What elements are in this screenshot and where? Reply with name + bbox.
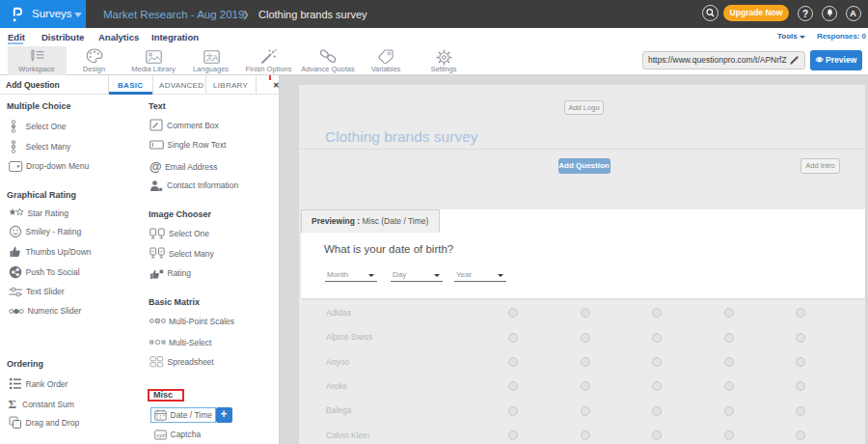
svg-text:xyz: xyz [155, 432, 165, 438]
svg-text:A: A [212, 53, 218, 63]
